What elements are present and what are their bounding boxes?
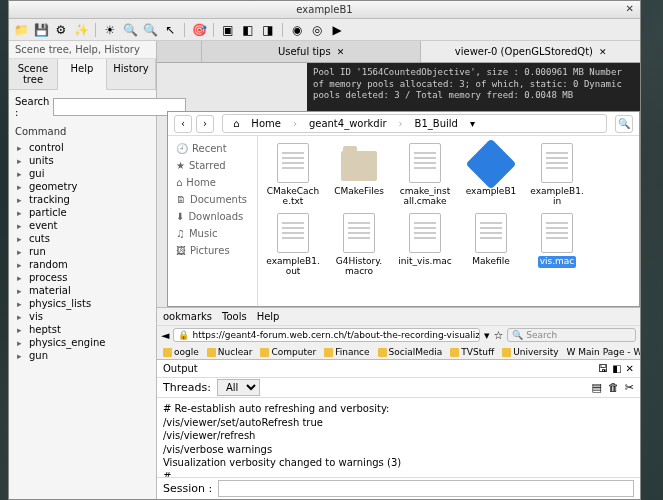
sidebar-item-music[interactable]: ♫Music bbox=[170, 225, 255, 242]
file-item[interactable]: exampleB1 bbox=[462, 142, 520, 208]
sun-icon[interactable]: ☀ bbox=[102, 22, 118, 38]
cmd-event[interactable]: ▸event bbox=[13, 219, 152, 232]
cmd-vis[interactable]: ▸vis bbox=[13, 310, 152, 323]
breadcrumb[interactable]: ⌂ Home›geant4_workdir›B1_Build▾ bbox=[222, 114, 607, 133]
circle1-icon[interactable]: ◉ bbox=[289, 22, 305, 38]
window-close-icon[interactable]: ✕ bbox=[626, 3, 634, 14]
nav-back-button[interactable]: ‹ bbox=[174, 115, 192, 133]
cmd-cuts[interactable]: ▸cuts bbox=[13, 232, 152, 245]
file-item[interactable]: CMakeCache.txt bbox=[264, 142, 322, 208]
search-icon[interactable]: 🔍 bbox=[122, 22, 138, 38]
bookmark-item[interactable]: oogle bbox=[163, 347, 199, 357]
output-text[interactable]: # Re-establish auto refreshing and verbo… bbox=[157, 398, 640, 477]
cmd-physics_engine[interactable]: ▸physics_engine bbox=[13, 336, 152, 349]
output-close-icon[interactable]: ✕ bbox=[626, 363, 634, 374]
gear-icon[interactable]: ⚙ bbox=[53, 22, 69, 38]
folder-icon bbox=[260, 348, 269, 357]
file-item[interactable]: Makefile bbox=[462, 212, 520, 278]
cmd-control[interactable]: ▸control bbox=[13, 141, 152, 154]
cmd-tracking[interactable]: ▸tracking bbox=[13, 193, 152, 206]
bookmark-item[interactable]: Nuclear bbox=[207, 347, 253, 357]
sidebar-item-downloads[interactable]: ⬇Downloads bbox=[170, 208, 255, 225]
chevron-down-icon[interactable]: ▾ bbox=[466, 117, 479, 130]
filter-icon[interactable]: ▤ bbox=[591, 381, 601, 394]
output-panel: Output 🖫 ◧ ✕ Threads: All ▤ bbox=[157, 359, 640, 499]
threads-select[interactable]: All bbox=[217, 379, 260, 396]
dropdown-icon[interactable]: ▾ bbox=[484, 329, 490, 342]
chevron-right-icon: ▸ bbox=[17, 299, 27, 309]
search-button[interactable]: 🔍 bbox=[615, 115, 633, 133]
folder-icon[interactable]: 📁 bbox=[13, 22, 29, 38]
breadcrumb-segment[interactable]: Home bbox=[247, 117, 285, 130]
cube2-icon[interactable]: ◧ bbox=[240, 22, 256, 38]
file-item[interactable]: vis.mac bbox=[528, 212, 586, 278]
file-item[interactable]: cmake_install.cmake bbox=[396, 142, 454, 208]
file-label: CMakeCache.txt bbox=[264, 186, 322, 208]
bookmark-item[interactable]: Computer bbox=[260, 347, 316, 357]
play-icon[interactable]: ▶ bbox=[329, 22, 345, 38]
cmd-random[interactable]: ▸random bbox=[13, 258, 152, 271]
clear-icon[interactable]: 🗑 bbox=[608, 381, 619, 394]
breadcrumb-segment[interactable]: geant4_workdir bbox=[305, 117, 391, 130]
downloads-icon: ⬇ bbox=[176, 211, 184, 222]
breadcrumb-segment[interactable]: B1_Build bbox=[411, 117, 462, 130]
cmd-physics_lists[interactable]: ▸physics_lists bbox=[13, 297, 152, 310]
output-detach-icon[interactable]: ◧ bbox=[612, 363, 621, 374]
tab-scene-tree[interactable]: Scene tree bbox=[9, 59, 58, 89]
sidebar-item-home[interactable]: ⌂Home bbox=[170, 174, 255, 191]
target-icon[interactable]: 🎯 bbox=[191, 22, 207, 38]
chevron-right-icon: ▸ bbox=[17, 325, 27, 335]
floppy-icon[interactable]: 💾 bbox=[33, 22, 49, 38]
bookmark-item[interactable]: TVStuff bbox=[450, 347, 494, 357]
nav-forward-button[interactable]: › bbox=[196, 115, 214, 133]
cmd-material[interactable]: ▸material bbox=[13, 284, 152, 297]
cmd-gun[interactable]: ▸gun bbox=[13, 349, 152, 362]
search-icon[interactable]: 🔍 bbox=[142, 22, 158, 38]
tab-help[interactable]: Help bbox=[58, 59, 107, 90]
cube3-icon[interactable]: ◨ bbox=[260, 22, 276, 38]
menu-help[interactable]: Help bbox=[257, 311, 280, 322]
tab-history[interactable]: History bbox=[107, 59, 156, 89]
tab-close-icon[interactable]: ✕ bbox=[337, 47, 345, 57]
pointer-icon[interactable]: ↖ bbox=[162, 22, 178, 38]
file-item[interactable]: exampleB1.in bbox=[528, 142, 586, 208]
cmd-run[interactable]: ▸run bbox=[13, 245, 152, 258]
bookmark-item[interactable]: Finance bbox=[324, 347, 369, 357]
menu-ookmarks[interactable]: ookmarks bbox=[163, 311, 212, 322]
bookmark-item[interactable]: W Main Page - Wikipedi… bbox=[567, 347, 640, 357]
session-input[interactable] bbox=[218, 480, 634, 497]
cmd-process[interactable]: ▸process bbox=[13, 271, 152, 284]
menu-tools[interactable]: Tools bbox=[222, 311, 247, 322]
file-item[interactable]: exampleB1.out bbox=[264, 212, 322, 278]
cmd-particle[interactable]: ▸particle bbox=[13, 206, 152, 219]
home-icon[interactable]: ⌂ bbox=[229, 117, 243, 130]
view-tab[interactable]: viewer-0 (OpenGLStoredQt)✕ bbox=[420, 41, 640, 62]
file-item[interactable]: G4History.macro bbox=[330, 212, 388, 278]
chevron-right-icon: ▸ bbox=[17, 247, 27, 257]
output-save-icon[interactable]: 🖫 bbox=[598, 363, 608, 374]
cut-icon[interactable]: ✂ bbox=[625, 381, 634, 394]
cmd-geometry[interactable]: ▸geometry bbox=[13, 180, 152, 193]
circle2-icon[interactable]: ◎ bbox=[309, 22, 325, 38]
star-icon[interactable]: ☆ bbox=[494, 329, 504, 342]
nav-back-icon[interactable]: ◄ bbox=[161, 329, 169, 342]
wand-icon[interactable]: ✨ bbox=[73, 22, 89, 38]
bookmark-item[interactable]: SocialMedia bbox=[378, 347, 443, 357]
sidebar-item-starred[interactable]: ★Starred bbox=[170, 157, 255, 174]
file-item[interactable]: CMakeFiles bbox=[330, 142, 388, 208]
cmd-gui[interactable]: ▸gui bbox=[13, 167, 152, 180]
cube-icon[interactable]: ▣ bbox=[220, 22, 236, 38]
address-bar[interactable]: 🔒 https://geant4-forum.web.cern.ch/t/abo… bbox=[173, 328, 480, 342]
bookmark-item[interactable]: University bbox=[502, 347, 558, 357]
file-item[interactable]: init_vis.mac bbox=[396, 212, 454, 278]
sidebar-item-pictures[interactable]: 🖼Pictures bbox=[170, 242, 255, 259]
tab-close-icon[interactable]: ✕ bbox=[599, 47, 607, 57]
cmd-units[interactable]: ▸units bbox=[13, 154, 152, 167]
sidebar-item-documents[interactable]: 🗎Documents bbox=[170, 191, 255, 208]
document-icon bbox=[409, 213, 441, 253]
sidebar-item-recent[interactable]: 🕘Recent bbox=[170, 140, 255, 157]
session-label: Session : bbox=[163, 482, 212, 495]
browser-search-input[interactable]: 🔍 Search bbox=[507, 328, 636, 342]
cmd-heptst[interactable]: ▸heptst bbox=[13, 323, 152, 336]
view-tab[interactable]: Useful tips✕ bbox=[201, 41, 421, 62]
